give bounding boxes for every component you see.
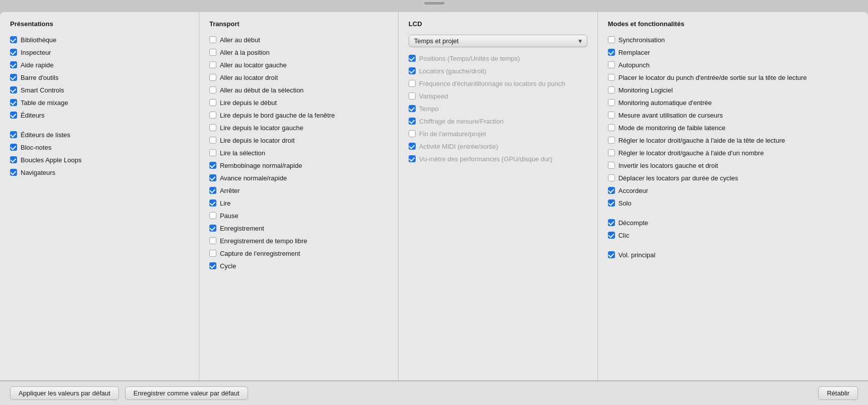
checkbox-bibliotheque[interactable] [10,36,17,43]
checkbox-aide-rapide[interactable] [10,61,17,68]
checkbox-item-placer-locator[interactable]: Placer le locator du punch d'entrée/de s… [608,72,858,82]
checkbox-synchronisation[interactable] [608,36,615,43]
checkbox-fin-armature[interactable] [409,130,416,137]
checkbox-item-table-mixage[interactable]: Table de mixage [10,97,189,108]
restore-button[interactable]: Rétablir [818,386,858,400]
checkbox-solo[interactable] [608,199,615,207]
checkbox-editeurs-listes[interactable] [10,131,17,138]
checkbox-item-invertir-locators[interactable]: Invertir les locators gauche et droit [608,160,858,170]
checkbox-arreter[interactable] [209,187,216,194]
checkbox-monitoring-auto[interactable] [608,99,615,106]
checkbox-item-regler-locator-tete[interactable]: Régler le locator droit/gauche à l'aide … [608,135,858,145]
checkbox-remplacer[interactable] [608,49,615,56]
checkbox-item-lire-locator-gauche[interactable]: Lire depuis le locator gauche [209,123,388,133]
checkbox-item-bloc-notes[interactable]: Bloc-notes [10,142,189,152]
checkbox-invertir-locators[interactable] [608,162,615,169]
checkbox-chiffrage[interactable] [409,118,416,125]
checkbox-mode-monitoring[interactable] [608,124,615,131]
checkbox-positions[interactable] [409,55,416,62]
checkbox-item-barre-outils[interactable]: Barre d'outils [10,72,189,82]
checkbox-rembobinage[interactable] [209,162,216,169]
checkbox-regler-locator-nombre[interactable] [608,149,615,156]
checkbox-item-lire[interactable]: Lire [209,198,388,208]
checkbox-aller-locator-droit[interactable] [209,74,216,81]
checkbox-item-enregistrement-tempo-libre[interactable]: Enregistrement de tempo libre [209,236,388,246]
checkbox-placer-locator[interactable] [608,74,615,81]
checkbox-item-aide-rapide[interactable]: Aide rapide [10,60,189,70]
checkbox-locators[interactable] [409,67,416,74]
checkbox-aller-debut-selection[interactable] [209,86,216,93]
checkbox-editeurs[interactable] [10,112,17,119]
checkbox-table-mixage[interactable] [10,99,17,106]
checkbox-item-cycle[interactable]: Cycle [209,261,388,271]
checkbox-item-clic[interactable]: Clic [608,230,858,240]
checkbox-avance[interactable] [209,174,216,181]
checkbox-pause[interactable] [209,212,216,219]
checkbox-activite-midi[interactable] [409,143,416,150]
checkbox-item-lire-debut[interactable]: Lire depuis le début [209,97,388,108]
checkbox-lire-locator-droit[interactable] [209,137,216,144]
checkbox-item-inspecteur[interactable]: Inspecteur [10,47,189,57]
checkbox-item-fin-armature[interactable]: Fin de l'armature/projet [409,129,587,139]
checkbox-vol-principal[interactable] [608,251,615,258]
checkbox-item-capture-enregistrement[interactable]: Capture de l'enregistrement [209,248,388,258]
checkbox-item-rembobinage[interactable]: Rembobinage normal/rapide [209,160,388,170]
checkbox-item-editeurs-listes[interactable]: Éditeurs de listes [10,130,189,140]
lcd-select[interactable]: Temps et projetTemps personnaliséBarres … [409,35,587,47]
checkbox-item-aller-locator-gauche[interactable]: Aller au locator gauche [209,60,388,70]
checkbox-regler-locator-tete[interactable] [608,137,615,144]
checkbox-barre-outils[interactable] [10,74,17,81]
checkbox-aller-locator-gauche[interactable] [209,61,216,68]
checkbox-enregistrement-tempo-libre[interactable] [209,237,216,244]
checkbox-item-frequence[interactable]: Fréquence d'échantillonnage ou locators … [409,78,587,88]
checkbox-aller-debut[interactable] [209,36,216,43]
checkbox-item-enregistrement[interactable]: Enregistrement [209,223,388,233]
checkbox-item-chiffrage[interactable]: Chiffrage de mesure/Fraction [409,116,587,126]
checkbox-capture-enregistrement[interactable] [209,250,216,257]
checkbox-item-arreter[interactable]: Arrêter [209,185,388,195]
checkbox-item-avance[interactable]: Avance normale/rapide [209,173,388,183]
checkbox-item-deplacer-locators[interactable]: Déplacer les locators par durée de cycle… [608,173,858,183]
checkbox-mesure-avant[interactable] [608,112,615,119]
checkbox-item-boucles-apple-loops[interactable]: Boucles Apple Loops [10,155,189,165]
checkbox-aller-position[interactable] [209,49,216,56]
checkbox-lire-bord-gauche[interactable] [209,112,216,119]
checkbox-item-lire-locator-droit[interactable]: Lire depuis le locator droit [209,135,388,145]
checkbox-accordeur[interactable] [608,187,615,194]
drag-handle[interactable] [424,2,444,5]
checkbox-clic[interactable] [608,232,615,239]
checkbox-item-editeurs[interactable]: Éditeurs [10,110,189,120]
checkbox-item-aller-debut-selection[interactable]: Aller au début de la sélection [209,85,388,95]
checkbox-item-aller-position[interactable]: Aller à la position [209,47,388,57]
checkbox-item-aller-locator-droit[interactable]: Aller au locator droit [209,72,388,82]
checkbox-item-decompte[interactable]: Décompte [608,218,858,228]
checkbox-autopunch[interactable] [608,61,615,68]
checkbox-item-lire-selection[interactable]: Lire la sélection [209,148,388,158]
checkbox-smart-controls[interactable] [10,86,17,93]
checkbox-item-pause[interactable]: Pause [209,211,388,221]
checkbox-item-vol-principal[interactable]: Vol. principal [608,250,858,260]
checkbox-item-monitoring-auto[interactable]: Monitoring automatique d'entrée [608,97,858,108]
checkbox-navigateurs[interactable] [10,169,17,176]
checkbox-decompte[interactable] [608,219,615,226]
checkbox-item-aller-debut[interactable]: Aller au début [209,35,388,45]
save-defaults-button[interactable]: Enregistrer comme valeur par défaut [125,386,248,400]
checkbox-enregistrement[interactable] [209,225,216,232]
checkbox-vu-metre[interactable] [409,155,416,162]
checkbox-cycle[interactable] [209,262,216,269]
apply-defaults-button[interactable]: Appliquer les valeurs par défaut [10,386,119,400]
checkbox-lire-selection[interactable] [209,149,216,156]
checkbox-item-vu-metre[interactable]: Vu-mètre des performances (GPU/disque du… [409,154,587,164]
checkbox-item-solo[interactable]: Solo [608,198,858,208]
checkbox-frequence[interactable] [409,80,416,87]
checkbox-bloc-notes[interactable] [10,144,17,151]
checkbox-item-positions[interactable]: Positions (Temps/Unités de temps) [409,53,587,63]
checkbox-item-monitoring-logiciel[interactable]: Monitoring Logiciel [608,85,858,95]
checkbox-item-autopunch[interactable]: Autopunch [608,60,858,70]
checkbox-item-synchronisation[interactable]: Synchronisation [608,35,858,45]
checkbox-item-activite-midi[interactable]: Activité MIDI (entrée/sortie) [409,141,587,151]
checkbox-item-accordeur[interactable]: Accordeur [608,185,858,195]
checkbox-tempo[interactable] [409,105,416,112]
checkbox-boucles-apple-loops[interactable] [10,156,17,163]
checkbox-item-lire-bord-gauche[interactable]: Lire depuis le bord gauche de la fenêtre [209,110,388,120]
